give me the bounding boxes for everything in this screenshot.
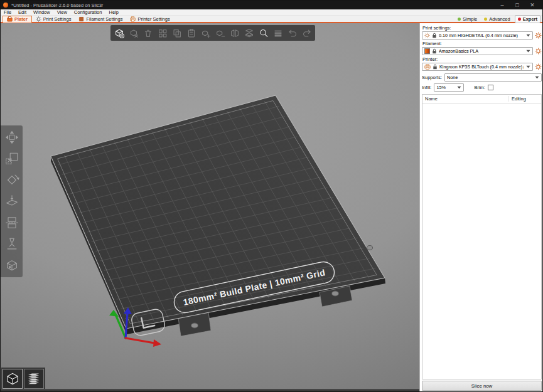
menu-item-file[interactable]: File <box>4 9 11 15</box>
slice-now-button[interactable]: Slice now <box>422 381 542 391</box>
chevron-down-icon <box>526 34 530 37</box>
app-icon <box>3 3 8 8</box>
tab-filament-settings[interactable]: Filament Settings <box>75 16 126 23</box>
layers-icon <box>26 371 42 387</box>
menu-item-window[interactable]: Window <box>33 9 50 15</box>
print-settings-label: Print settings: <box>422 25 542 31</box>
place-on-face-icon[interactable] <box>4 193 20 209</box>
move-icon[interactable] <box>4 129 20 146</box>
mode-advanced[interactable]: Advanced <box>481 16 512 23</box>
search-icon[interactable] <box>257 26 270 40</box>
object-toolbar <box>110 25 315 41</box>
undo-button[interactable] <box>286 26 299 40</box>
3d-viewport[interactable]: 180mm² Build Plate | 10mm² Grid <box>1 23 419 392</box>
window-bottom-edge <box>1 389 419 392</box>
supports-combo[interactable]: None <box>444 73 542 82</box>
gizmo-toolbar <box>1 125 23 277</box>
plater-icon <box>7 16 13 22</box>
plate-hole <box>191 323 198 328</box>
edit-printer-button[interactable] <box>534 63 542 71</box>
cube-icon <box>4 371 21 387</box>
gear-icon <box>535 63 542 70</box>
split-to-objects-button[interactable] <box>228 26 241 40</box>
menu-item-configuration[interactable]: Configuration <box>74 9 102 15</box>
menu-item-edit[interactable]: Edit <box>18 9 26 15</box>
delete-all-button[interactable] <box>141 26 154 40</box>
tab-print-settings[interactable]: Print Settings <box>32 16 75 23</box>
lock-icon <box>432 48 437 54</box>
expert-mode-dot <box>518 18 521 21</box>
filament-color-swatch <box>424 48 430 54</box>
infill-label: Infill: <box>422 85 431 90</box>
view-switch <box>1 368 45 390</box>
split-to-parts-button[interactable] <box>242 26 255 40</box>
simple-mode-dot <box>458 18 461 21</box>
mode-simple[interactable]: Simple <box>455 16 480 23</box>
object-list: Name Editing <box>422 94 542 379</box>
3d-editor-view-button[interactable] <box>3 369 23 389</box>
paint-on-supports-icon[interactable] <box>4 236 20 252</box>
supports-label: Supports: <box>422 75 442 80</box>
plate-hole <box>332 291 339 296</box>
lock-icon <box>432 33 437 38</box>
advanced-mode-dot <box>484 18 487 21</box>
cut-icon[interactable] <box>4 215 20 231</box>
filament-combo[interactable]: AmazonBasics PLA <box>422 47 533 55</box>
gear-icon <box>535 32 542 39</box>
delete-object-button[interactable] <box>127 26 140 40</box>
editing-column-header: Editing <box>508 96 541 102</box>
preview-view-button[interactable] <box>24 369 44 389</box>
scale-icon[interactable] <box>4 151 20 167</box>
brim-checkbox[interactable] <box>488 85 493 90</box>
infill-combo[interactable]: 15% <box>434 83 464 92</box>
tab-print-settings-label: Print Settings <box>43 16 72 22</box>
tab-plater[interactable]: Plater <box>3 16 32 23</box>
printer-icon <box>424 64 431 70</box>
remove-instance-button[interactable] <box>213 26 227 40</box>
axis-x-red <box>126 338 154 343</box>
tab-plater-label: Plater <box>14 16 28 22</box>
filament-value: AmazonBasics PLA <box>439 48 524 54</box>
mode-switcher: Simple Advanced Expert <box>455 15 542 23</box>
print-settings-combo[interactable]: 0.10 mm HIGHDETAIL (0.4 mm nozzle) <box>422 31 533 40</box>
printer-icon <box>130 16 136 22</box>
plate-hole <box>367 246 373 250</box>
brim-label: Brim: <box>474 85 485 90</box>
supports-value: None <box>447 75 533 80</box>
chevron-down-icon <box>457 86 461 89</box>
filament-icon <box>78 16 84 22</box>
close-button[interactable]: ✕ <box>525 1 540 9</box>
add-instance-button[interactable] <box>199 26 212 40</box>
add-object-button[interactable] <box>112 26 126 40</box>
edit-filament-button[interactable] <box>534 48 542 55</box>
edit-print-settings-button[interactable] <box>534 32 542 40</box>
object-list-header: Name Editing <box>422 95 541 103</box>
arrange-button[interactable] <box>156 26 169 40</box>
tab-filament-settings-label: Filament Settings <box>86 16 122 22</box>
copy-button[interactable] <box>170 26 183 40</box>
paste-button[interactable] <box>185 26 198 40</box>
gear-icon <box>36 16 41 22</box>
minimize-button[interactable]: – <box>495 1 510 9</box>
variable-layer-height-button[interactable] <box>271 26 284 40</box>
name-column-header: Name <box>422 96 508 102</box>
maximize-button[interactable]: □ <box>510 1 525 9</box>
printer-value: Kingroon KP3S BLTouch (0.4 mm nozzle) (m… <box>439 64 524 70</box>
chevron-down-icon <box>535 76 539 79</box>
seam-painting-icon[interactable] <box>4 257 20 273</box>
printer-combo[interactable]: Kingroon KP3S BLTouch (0.4 mm nozzle) (m… <box>422 63 533 71</box>
gear-icon <box>535 48 542 55</box>
profile-gear-icon <box>424 33 430 38</box>
lock-icon <box>433 64 438 70</box>
chevron-down-icon <box>526 50 530 53</box>
menu-item-help[interactable]: Help <box>109 9 118 15</box>
tab-printer-settings[interactable]: Printer Settings <box>126 16 173 23</box>
rotate-icon[interactable] <box>4 172 20 188</box>
build-plate-scene[interactable]: 180mm² Build Plate | 10mm² Grid <box>1 23 419 392</box>
mode-expert[interactable]: Expert <box>515 15 540 23</box>
prusaslicer-window: *Untitled - PrusaSlicer-2.6.0 based on S… <box>0 0 543 392</box>
print-settings-value: 0.10 mm HIGHDETAIL (0.4 mm nozzle) <box>439 33 524 38</box>
redo-button[interactable] <box>300 26 313 40</box>
menu-item-view[interactable]: View <box>57 9 67 15</box>
infill-value: 15% <box>436 85 455 90</box>
